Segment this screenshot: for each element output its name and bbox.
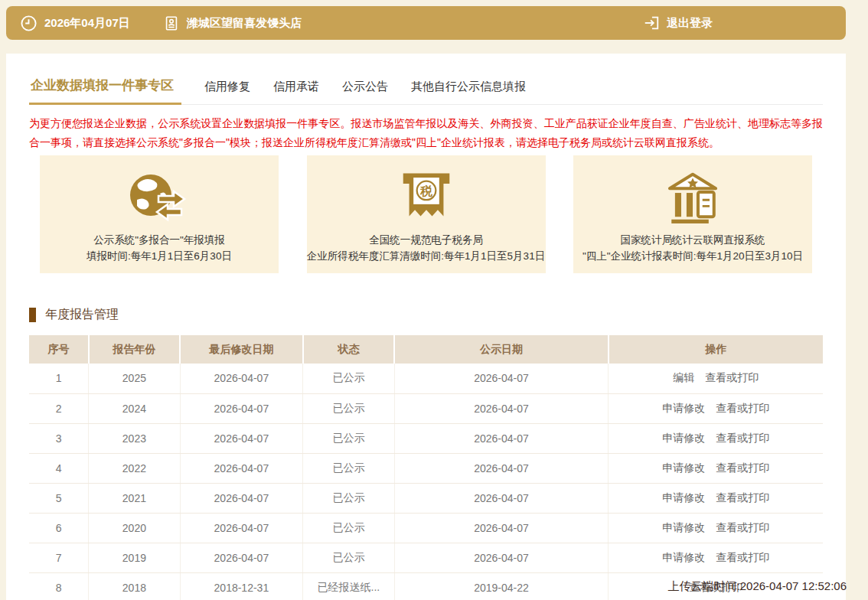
logout-icon xyxy=(643,15,660,31)
cell-publish-date: 2026-04-07 xyxy=(394,513,609,543)
cell-report-year: 2024 xyxy=(89,393,180,423)
section-header: 年度报告管理 xyxy=(29,307,823,323)
action-view-or-print[interactable]: 查看或打印 xyxy=(716,461,769,474)
card-line2: "四上"企业统计报表时间:每年1月20日至3月10日 xyxy=(573,248,812,264)
tab-other-self-disclosure[interactable]: 其他自行公示信息填报 xyxy=(411,80,526,104)
government-building-icon xyxy=(573,165,812,232)
action-view-or-print[interactable]: 查看或打印 xyxy=(716,491,769,504)
tab-public-announcement[interactable]: 公示公告 xyxy=(342,80,388,104)
cell-actions: 申请修改查看或打印 xyxy=(609,513,823,543)
cell-serial-no: 3 xyxy=(29,423,89,453)
tab-credit-commitment[interactable]: 信用承诺 xyxy=(273,80,319,104)
cell-actions: 申请修改查看或打印 xyxy=(609,483,823,513)
current-date: 2026年04月07日 xyxy=(44,16,130,31)
card-statistics-direct-report[interactable]: 国家统计局统计云联网直报系统 "四上"企业统计报表时间:每年1月20日至3月10… xyxy=(573,155,812,273)
action-apply-modify[interactable]: 申请修改 xyxy=(662,551,705,563)
section-marker xyxy=(29,308,36,322)
table-row: 520212026-04-07已公示2026-04-07申请修改查看或打印 xyxy=(29,483,823,513)
cell-actions: 申请修改查看或打印 xyxy=(609,543,823,572)
cell-publish-date: 2026-04-07 xyxy=(394,483,609,513)
cell-report-year: 2020 xyxy=(89,513,180,543)
company-name: 潍城区望留喜发馒头店 xyxy=(187,16,302,31)
action-apply-modify[interactable]: 申请修改 xyxy=(662,491,705,504)
action-view-or-print[interactable]: 查看或打印 xyxy=(716,521,769,533)
action-view-or-print[interactable]: 查看或打印 xyxy=(716,402,769,414)
cell-serial-no: 6 xyxy=(29,513,89,543)
action-apply-modify[interactable]: 申请修改 xyxy=(662,402,705,414)
cell-status: 已公示 xyxy=(303,543,394,572)
cell-publish-date: 2026-04-07 xyxy=(394,453,609,483)
action-view-or-print[interactable]: 查看或打印 xyxy=(705,371,759,383)
cell-last-modified-date: 2018-12-31 xyxy=(180,572,303,600)
main-panel: 企业数据填报一件事专区 信用修复 信用承诺 公示公告 其他自行公示信息填报 为更… xyxy=(6,54,846,600)
cell-publish-date: 2026-04-07 xyxy=(394,393,609,423)
topbar-company-group: 潍城区望留喜发馒头店 xyxy=(163,6,302,40)
table-header-row: 序号 报告年份 最后修改日期 状态 公示日期 操作 xyxy=(29,335,823,364)
svg-text:税: 税 xyxy=(419,184,432,197)
cell-report-year: 2018 xyxy=(89,572,180,600)
cell-report-year: 2019 xyxy=(89,543,180,572)
cell-serial-no: 2 xyxy=(29,393,89,423)
tab-credit-repair[interactable]: 信用修复 xyxy=(204,80,250,104)
action-apply-modify[interactable]: 申请修改 xyxy=(662,432,705,444)
table-row: 720192026-04-07已公示2026-04-07申请修改查看或打印 xyxy=(29,543,823,572)
card-annual-report-filing[interactable]: 公示系统"多报合一"年报填报 填报时间:每年1月1日至6月30日 xyxy=(40,155,279,273)
cell-last-modified-date: 2026-04-07 xyxy=(180,423,303,453)
card-line2: 企业所得税年度汇算清缴时间:每年1月1日至5月31日 xyxy=(307,248,546,264)
card-line1: 国家统计局统计云联网直报系统 xyxy=(573,232,812,248)
cell-status: 已公示 xyxy=(303,483,394,513)
notice-text: 为更方便您报送企业数据，公示系统设置企业数据填报一件事专区。报送市场监管年报以及… xyxy=(29,114,823,152)
cell-report-year: 2023 xyxy=(89,423,180,453)
table-row: 620202026-04-07已公示2026-04-07申请修改查看或打印 xyxy=(29,513,823,543)
action-view-or-print[interactable]: 查看或打印 xyxy=(716,551,769,563)
action-apply-modify[interactable]: 申请修改 xyxy=(662,461,705,474)
report-table-body: 120252026-04-07已公示2026-04-07编辑查看或打印22024… xyxy=(29,364,823,600)
card-row: 公示系统"多报合一"年报填报 填报时间:每年1月1日至6月30日 税 全国统一规… xyxy=(29,155,823,273)
cell-serial-no: 4 xyxy=(29,453,89,483)
header-last-modified-date: 最后修改日期 xyxy=(180,335,303,364)
topbar-date-group: 2026年04月07日 xyxy=(20,6,130,40)
header-actions: 操作 xyxy=(609,335,823,364)
cell-actions: 申请修改查看或打印 xyxy=(609,393,823,423)
card-electronic-tax-bureau[interactable]: 税 全国统一规范电子税务局 企业所得税年度汇算清缴时间:每年1月1日至5月31日 xyxy=(307,155,546,273)
cell-status: 已公示 xyxy=(303,393,394,423)
cell-actions: 申请修改查看或打印 xyxy=(609,453,823,483)
cell-serial-no: 7 xyxy=(29,543,89,572)
cell-last-modified-date: 2026-04-07 xyxy=(180,393,303,423)
tab-bar: 企业数据填报一件事专区 信用修复 信用承诺 公示公告 其他自行公示信息填报 xyxy=(29,54,823,105)
action-edit[interactable]: 编辑 xyxy=(673,371,694,383)
card-line2: 填报时间:每年1月1日至6月30日 xyxy=(40,248,279,264)
cell-status: 已公示 xyxy=(303,423,394,453)
upload-cloud-timestamp: 上传云端时间:2026-04-07 12:52:06 xyxy=(668,579,847,594)
header-serial-no: 序号 xyxy=(29,335,89,364)
cell-report-year: 2021 xyxy=(89,483,180,513)
cell-last-modified-date: 2026-04-07 xyxy=(180,364,303,393)
cell-report-year: 2022 xyxy=(89,453,180,483)
action-view-or-print[interactable]: 查看或打印 xyxy=(716,432,769,444)
action-apply-modify[interactable]: 申请修改 xyxy=(662,521,705,533)
cell-last-modified-date: 2026-04-07 xyxy=(180,513,303,543)
cell-serial-no: 1 xyxy=(29,364,89,393)
card-line1: 公示系统"多报合一"年报填报 xyxy=(40,232,279,248)
table-row: 420222026-04-07已公示2026-04-07申请修改查看或打印 xyxy=(29,453,823,483)
cell-actions: 编辑查看或打印 xyxy=(609,364,823,393)
topbar: 2026年04月07日 潍城区望留喜发馒头店 退出登录 xyxy=(6,6,846,40)
header-report-year: 报告年份 xyxy=(89,335,180,364)
cell-serial-no: 5 xyxy=(29,483,89,513)
logout-button[interactable]: 退出登录 xyxy=(643,6,713,40)
cell-status: 已公示 xyxy=(303,513,394,543)
cell-status: 已公示 xyxy=(303,453,394,483)
section-title: 年度报告管理 xyxy=(45,307,119,323)
header-publish-date: 公示日期 xyxy=(394,335,609,364)
tax-ribbon-icon: 税 xyxy=(307,165,546,232)
table-row: 320232026-04-07已公示2026-04-07申请修改查看或打印 xyxy=(29,423,823,453)
table-row: 220242026-04-07已公示2026-04-07申请修改查看或打印 xyxy=(29,393,823,423)
cell-publish-date: 2019-04-22 xyxy=(394,572,609,600)
cell-actions: 申请修改查看或打印 xyxy=(609,423,823,453)
header-status: 状态 xyxy=(303,335,394,364)
cell-last-modified-date: 2026-04-07 xyxy=(180,543,303,572)
cell-publish-date: 2026-04-07 xyxy=(394,364,609,393)
globe-transfer-icon xyxy=(40,165,279,232)
cell-serial-no: 8 xyxy=(29,572,89,600)
tab-enterprise-data-filing[interactable]: 企业数据填报一件事专区 xyxy=(29,77,181,105)
